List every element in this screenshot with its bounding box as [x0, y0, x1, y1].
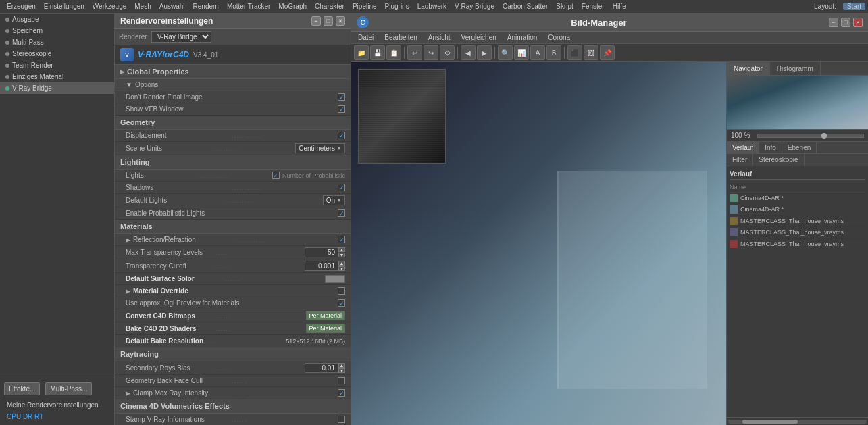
stepper-up[interactable]: ▲: [338, 261, 345, 266]
tab-navigator[interactable]: Navigator: [727, 62, 770, 75]
tb-btn-10[interactable]: 📊: [514, 45, 529, 60]
options-header[interactable]: ▼ Options: [115, 79, 351, 91]
menu-rendern[interactable]: Rendern: [189, 3, 223, 10]
default-surface-color[interactable]: [325, 275, 345, 283]
menu-fenster[interactable]: Fenster: [578, 3, 609, 10]
clamp-max-checkbox[interactable]: ✓: [338, 389, 345, 397]
tb-btn-12[interactable]: B: [546, 45, 561, 60]
transparency-cutoff-input[interactable]: [305, 261, 338, 271]
max-transparency-input[interactable]: [305, 247, 338, 257]
sidebar-item-einziges[interactable]: Einziges Material: [0, 71, 114, 82]
reflection-checkbox[interactable]: ✓: [338, 236, 345, 243]
geometry-header[interactable]: Geometry: [115, 116, 351, 130]
tb-btn-1[interactable]: 📁: [354, 45, 369, 60]
effekte-button[interactable]: Effekte...: [4, 382, 40, 395]
sidebar-cpu[interactable]: CPU DR RT: [3, 411, 111, 422]
verlauf-item-3[interactable]: MASTERCLASS_Thai_house_vrayms: [730, 216, 865, 227]
raytracing-header[interactable]: Raytracing: [115, 347, 351, 361]
menu-charakter[interactable]: Charakter: [311, 3, 349, 10]
menu-auswahl[interactable]: Auswahl: [155, 3, 189, 10]
bm-menu-vergleichen[interactable]: Vergleichen: [459, 33, 499, 42]
renderer-select[interactable]: V-Ray Bridge: [151, 31, 211, 43]
scrollbar-track[interactable]: [728, 420, 867, 424]
materials-header[interactable]: Materials: [115, 220, 351, 234]
stepper-down[interactable]: ▼: [338, 368, 345, 373]
default-lights-dropdown[interactable]: On ▼: [323, 195, 345, 205]
tab-info[interactable]: Info: [759, 142, 782, 153]
menu-carbon[interactable]: Carbon Scatter: [499, 3, 552, 10]
use-approx-checkbox[interactable]: ✓: [338, 299, 345, 307]
volumetrics-header[interactable]: Cinema 4D Volumetrics Effects: [115, 399, 351, 414]
tb-btn-13[interactable]: ⬛: [567, 45, 582, 60]
close-button[interactable]: ×: [336, 16, 345, 26]
bm-menu-datei[interactable]: Datei: [355, 33, 376, 42]
bm-menu-ansicht[interactable]: Ansicht: [426, 33, 453, 42]
tb-btn-5[interactable]: ↪: [424, 45, 438, 60]
sidebar-item-multipass[interactable]: Multi-Pass: [0, 36, 114, 48]
convert-c4d-value[interactable]: Per Material: [306, 311, 346, 320]
tb-btn-2[interactable]: 💾: [370, 45, 385, 60]
tb-btn-9[interactable]: 🔍: [498, 45, 513, 60]
tb-btn-8[interactable]: ▶: [477, 45, 492, 60]
sidebar-item-ausgabe[interactable]: Ausgabe: [0, 14, 114, 25]
multipass-button[interactable]: Multi-Pass...: [45, 382, 92, 395]
displacement-checkbox[interactable]: ✓: [338, 132, 345, 139]
verlauf-item-4[interactable]: MASTERCLASS_Thai_house_vrayms: [730, 227, 865, 239]
tab-verlauf[interactable]: Verlauf: [727, 142, 759, 153]
bm-close[interactable]: ×: [853, 18, 863, 27]
dont-render-checkbox[interactable]: ✓: [338, 93, 345, 101]
geometry-back-checkbox[interactable]: [338, 377, 345, 384]
probabilistic-checkbox[interactable]: ✓: [338, 209, 345, 217]
right-scrollbar[interactable]: [727, 417, 868, 425]
bm-minimize[interactable]: −: [829, 18, 838, 27]
verlauf-item-1[interactable]: Cinema4D-AR *: [730, 193, 865, 204]
tb-btn-6[interactable]: ⚙: [440, 45, 455, 60]
layout-start[interactable]: Start: [843, 3, 865, 10]
menu-plugins[interactable]: Plug-ins: [381, 3, 413, 10]
bm-menu-corona[interactable]: Corona: [545, 33, 573, 42]
bm-menu-animation[interactable]: Animation: [505, 33, 540, 42]
tb-btn-3[interactable]: 📋: [386, 45, 401, 60]
tb-btn-7[interactable]: ◀: [461, 45, 476, 60]
sidebar-item-stereoskopie[interactable]: Stereoskopie: [0, 48, 114, 59]
stepper-up[interactable]: ▲: [338, 247, 345, 252]
secondary-bias-input[interactable]: [305, 363, 338, 373]
tb-btn-4[interactable]: ↩: [407, 45, 422, 60]
shadows-checkbox[interactable]: ✓: [338, 184, 345, 191]
menu-erzeugen[interactable]: Erzeugen: [3, 3, 40, 10]
lighting-header[interactable]: Lighting: [115, 155, 351, 170]
menu-mesh[interactable]: Mesh: [130, 3, 155, 10]
stepper-up[interactable]: ▲: [338, 363, 345, 368]
bm-menu-bearbeiten[interactable]: Bearbeiten: [382, 33, 419, 42]
menu-einstellungen[interactable]: Einstellungen: [40, 3, 88, 10]
tb-btn-14[interactable]: 🖼: [584, 45, 598, 60]
tb-btn-11[interactable]: A: [530, 45, 545, 60]
bm-maximize[interactable]: □: [841, 18, 850, 27]
sidebar-item-speichern[interactable]: Speichern: [0, 25, 114, 36]
tab-ebenen[interactable]: Ebenen: [782, 142, 817, 153]
bake-c4d-value[interactable]: Per Material: [306, 324, 346, 333]
tb-btn-15[interactable]: 📌: [600, 45, 615, 60]
material-override-checkbox[interactable]: [338, 287, 345, 295]
stamp-checkbox[interactable]: [338, 416, 345, 423]
menu-skript[interactable]: Skript: [552, 3, 578, 10]
menu-pipeline[interactable]: Pipeline: [349, 3, 381, 10]
tab-histogramm[interactable]: Histogramm: [770, 62, 821, 75]
sidebar-item-teamrender[interactable]: Team-Render: [0, 59, 114, 71]
menu-hilfe[interactable]: Hilfe: [609, 3, 630, 10]
stepper-down[interactable]: ▼: [338, 253, 345, 257]
bm-canvas[interactable]: 100 % 00:03:12 Vray Rendering image... G…: [351, 62, 726, 425]
maximize-button[interactable]: □: [324, 16, 333, 26]
minimize-button[interactable]: −: [311, 16, 321, 26]
lights-checkbox[interactable]: ✓: [272, 172, 280, 179]
menu-werkzeuge[interactable]: Werkzeuge: [88, 3, 130, 10]
sidebar-item-vray[interactable]: V-Ray Bridge: [0, 82, 114, 94]
sidebar-meine[interactable]: Meine Rendervoreinstellungen: [3, 399, 111, 411]
global-properties-header[interactable]: ▶ Global Properties: [115, 65, 351, 79]
tab-stereoskopie[interactable]: Stereoskopie: [753, 154, 804, 166]
stepper-down[interactable]: ▼: [338, 266, 345, 271]
verlauf-item-2[interactable]: Cinema4D-AR *: [730, 204, 865, 216]
verlauf-item-5[interactable]: MASTERCLASS_Thai_house_vrayms: [730, 239, 865, 250]
menu-laubwerk[interactable]: Laubwerk: [413, 3, 451, 10]
zoom-slider[interactable]: [757, 134, 864, 138]
